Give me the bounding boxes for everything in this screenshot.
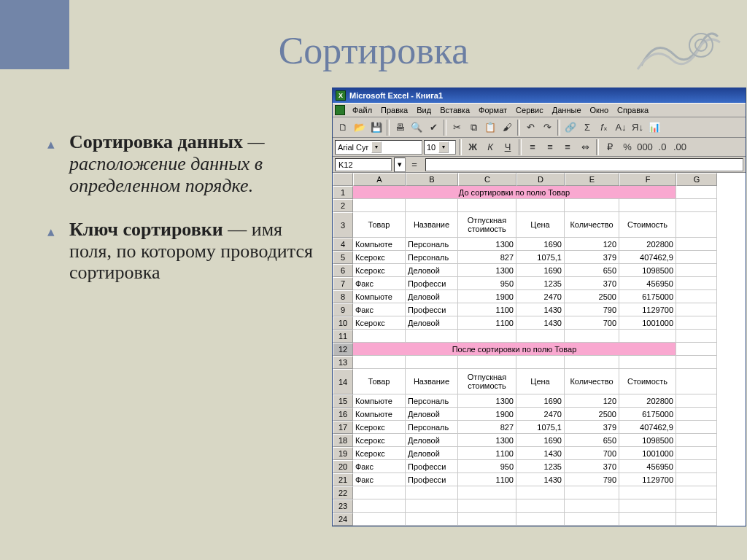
- cell[interactable]: [516, 513, 565, 526]
- dropdown-icon[interactable]: ▾: [371, 141, 382, 153]
- menu-help[interactable]: Справка: [614, 105, 652, 115]
- cell[interactable]: [516, 330, 565, 343]
- autosum-icon[interactable]: Σ: [579, 120, 595, 136]
- data-cell[interactable]: 370: [565, 277, 619, 290]
- open-icon[interactable]: 📂: [352, 120, 368, 136]
- data-cell[interactable]: 2470: [516, 290, 565, 303]
- percent-icon[interactable]: %: [619, 139, 635, 155]
- cell[interactable]: [676, 303, 717, 316]
- underline-button[interactable]: Ч: [500, 139, 516, 155]
- data-cell[interactable]: 1075,1: [516, 251, 565, 264]
- data-cell[interactable]: 407462,9: [619, 421, 676, 434]
- row-header[interactable]: 15: [333, 394, 353, 408]
- data-cell[interactable]: 1100: [458, 473, 516, 486]
- cell[interactable]: [619, 199, 676, 212]
- menu-insert[interactable]: Вставка: [436, 105, 473, 115]
- cell[interactable]: [353, 199, 406, 212]
- row-header[interactable]: 21: [333, 473, 353, 486]
- menu-window[interactable]: Окно: [587, 105, 613, 115]
- banner-cell[interactable]: После сортировки по полю Товар: [353, 343, 676, 356]
- menu-tools[interactable]: Сервис: [512, 105, 547, 115]
- cell[interactable]: [676, 264, 717, 277]
- data-cell[interactable]: Персональ: [406, 238, 458, 251]
- align-center-icon[interactable]: ≡: [542, 139, 558, 155]
- data-cell[interactable]: 1129700: [619, 303, 676, 316]
- data-cell[interactable]: 1300: [458, 238, 516, 251]
- data-cell[interactable]: Ксерокс: [353, 264, 406, 277]
- table-header-cell[interactable]: Название: [406, 212, 458, 238]
- save-icon[interactable]: 💾: [368, 120, 384, 136]
- data-cell[interactable]: 790: [565, 473, 619, 486]
- data-cell[interactable]: Факс: [353, 303, 406, 316]
- preview-icon[interactable]: 🔍: [409, 120, 425, 136]
- data-cell[interactable]: 1690: [516, 264, 565, 277]
- cell[interactable]: [676, 486, 717, 499]
- data-cell[interactable]: 1098500: [619, 264, 676, 277]
- data-cell[interactable]: 700: [565, 316, 619, 330]
- decrease-decimal-icon[interactable]: .00: [672, 139, 688, 155]
- data-cell[interactable]: 650: [565, 264, 619, 277]
- data-cell[interactable]: 1300: [458, 394, 516, 408]
- data-cell[interactable]: 6175000: [619, 290, 676, 303]
- cell[interactable]: [676, 473, 717, 486]
- data-cell[interactable]: 2500: [565, 290, 619, 303]
- menu-file[interactable]: Файл: [349, 105, 376, 115]
- row-header[interactable]: 18: [333, 434, 353, 447]
- table-header-cell[interactable]: Цена: [516, 369, 565, 394]
- data-cell[interactable]: Деловой: [406, 434, 458, 447]
- table-header-cell[interactable]: Товар: [353, 369, 406, 394]
- data-cell[interactable]: 1001000: [619, 316, 676, 330]
- spreadsheet-grid[interactable]: ABCDEFG1До сортировки по полю Товар23Тов…: [333, 173, 746, 526]
- comma-icon[interactable]: 000: [637, 139, 653, 155]
- data-cell[interactable]: 1430: [516, 303, 565, 316]
- data-cell[interactable]: 650: [565, 434, 619, 447]
- table-header-cell[interactable]: Товар: [353, 212, 406, 238]
- cell[interactable]: [676, 356, 717, 369]
- menu-data[interactable]: Данные: [549, 105, 585, 115]
- namebox-dropdown[interactable]: ▾: [394, 158, 406, 172]
- data-cell[interactable]: 1300: [458, 264, 516, 277]
- data-cell[interactable]: 202800: [619, 238, 676, 251]
- cell[interactable]: [406, 199, 458, 212]
- row-header[interactable]: 16: [333, 408, 353, 421]
- table-header-cell[interactable]: Стоимость: [619, 212, 676, 238]
- data-cell[interactable]: 2500: [565, 408, 619, 421]
- data-cell[interactable]: Факс: [353, 277, 406, 290]
- data-cell[interactable]: 790: [565, 303, 619, 316]
- row-header[interactable]: 3: [333, 212, 353, 238]
- data-cell[interactable]: 1690: [516, 238, 565, 251]
- column-header[interactable]: D: [516, 173, 565, 186]
- cell[interactable]: [406, 356, 458, 369]
- data-cell[interactable]: 1001000: [619, 447, 676, 460]
- merge-center-icon[interactable]: ⇔: [577, 139, 593, 155]
- data-cell[interactable]: 1100: [458, 447, 516, 460]
- data-cell[interactable]: 1430: [516, 447, 565, 460]
- data-cell[interactable]: Факс: [353, 460, 406, 473]
- cell[interactable]: [676, 277, 717, 290]
- cell[interactable]: [676, 343, 717, 356]
- data-cell[interactable]: 1100: [458, 316, 516, 330]
- data-cell[interactable]: 407462,9: [619, 251, 676, 264]
- hyperlink-icon[interactable]: 🔗: [562, 120, 578, 136]
- row-header[interactable]: 7: [333, 277, 353, 290]
- cell[interactable]: [676, 199, 717, 212]
- row-header[interactable]: 20: [333, 460, 353, 473]
- row-header[interactable]: 24: [333, 513, 353, 526]
- data-cell[interactable]: 456950: [619, 277, 676, 290]
- cell[interactable]: [565, 486, 619, 499]
- column-header[interactable]: G: [676, 173, 717, 186]
- cell[interactable]: [676, 330, 717, 343]
- formula-input[interactable]: [425, 158, 743, 171]
- data-cell[interactable]: 2470: [516, 408, 565, 421]
- data-cell[interactable]: Персональ: [406, 394, 458, 408]
- row-header[interactable]: 10: [333, 316, 353, 330]
- table-header-cell[interactable]: Отпускная стоимость: [458, 369, 516, 394]
- cell[interactable]: [458, 330, 516, 343]
- data-cell[interactable]: Деловой: [406, 290, 458, 303]
- data-cell[interactable]: 950: [458, 277, 516, 290]
- banner-cell[interactable]: До сортировки по полю Товар: [353, 186, 676, 199]
- cell[interactable]: [619, 499, 676, 513]
- select-all-corner[interactable]: [333, 173, 353, 186]
- data-cell[interactable]: Персональ: [406, 421, 458, 434]
- cell[interactable]: [676, 290, 717, 303]
